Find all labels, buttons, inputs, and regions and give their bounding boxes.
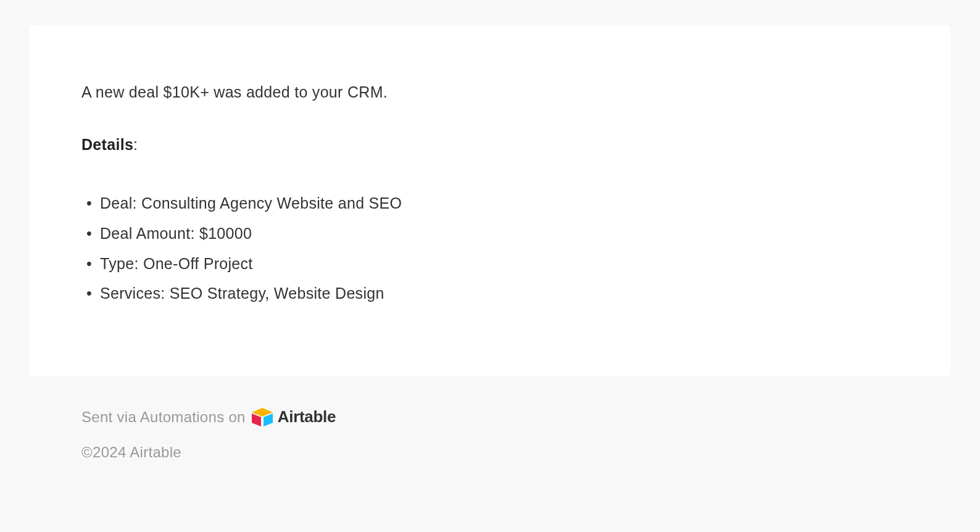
airtable-icon [252, 408, 273, 426]
list-item: Services: SEO Strategy, Website Design [100, 278, 899, 309]
footer: Sent via Automations on Airtable ©2024 A… [30, 407, 950, 461]
intro-text: A new deal $10K+ was added to your CRM. [81, 83, 899, 101]
notification-card: A new deal $10K+ was added to your CRM. … [30, 25, 950, 376]
airtable-logo: Airtable [252, 407, 336, 426]
copyright-text: ©2024 Airtable [81, 444, 950, 461]
list-item: Deal: Consulting Agency Website and SEO [100, 188, 899, 218]
sent-via-row: Sent via Automations on Airtable [81, 407, 950, 426]
details-label: Details: [81, 136, 899, 154]
details-label-strong: Details [81, 136, 133, 153]
airtable-brand-text: Airtable [278, 407, 336, 426]
list-item: Type: One-Off Project [100, 249, 899, 279]
sent-via-text: Sent via Automations on [81, 409, 246, 426]
list-item: Deal Amount: $10000 [100, 218, 899, 249]
details-list: Deal: Consulting Agency Website and SEO … [81, 188, 899, 309]
